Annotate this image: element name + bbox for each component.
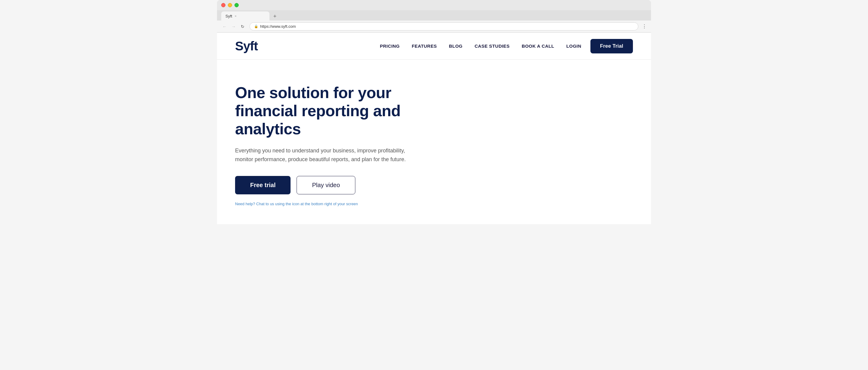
nav-link-book-a-call[interactable]: BOOK A CALL bbox=[522, 44, 554, 49]
hero-title: One solution for your financial reportin… bbox=[235, 84, 440, 138]
new-tab-button[interactable]: + bbox=[271, 12, 279, 21]
lock-icon: 🔒 bbox=[254, 24, 258, 28]
tab-close-icon[interactable]: × bbox=[235, 14, 236, 18]
hero-section: One solution for your financial reportin… bbox=[217, 60, 458, 224]
browser-nav-buttons: ← → ↻ bbox=[221, 23, 246, 30]
hero-buttons: Free trial Play video bbox=[235, 176, 440, 194]
tab-title: Syft bbox=[225, 14, 232, 19]
maximize-window-button[interactable] bbox=[235, 3, 239, 7]
site-logo[interactable]: Syft bbox=[235, 39, 258, 53]
url-text: https://www.syft.com bbox=[260, 24, 296, 29]
minimize-window-button[interactable] bbox=[228, 3, 232, 7]
nav-link-blog[interactable]: BLOG bbox=[449, 44, 463, 49]
nav-link-login[interactable]: LOGIN bbox=[566, 44, 581, 49]
nav-links: PRICING FEATURES BLOG CASE STUDIES BOOK … bbox=[380, 44, 581, 49]
nav-link-pricing[interactable]: PRICING bbox=[380, 44, 400, 49]
free-trial-button[interactable]: Free trial bbox=[235, 176, 290, 194]
refresh-button[interactable]: ↻ bbox=[239, 23, 246, 30]
browser-window: Syft × + ← → ↻ 🔒 https://www.syft.com ⋮ … bbox=[217, 0, 651, 224]
forward-button[interactable]: → bbox=[230, 23, 237, 30]
nav-link-case-studies[interactable]: CASE STUDIES bbox=[475, 44, 510, 49]
nav-free-trial-button[interactable]: Free Trial bbox=[590, 39, 633, 53]
navbar: Syft PRICING FEATURES BLOG CASE STUDIES … bbox=[217, 33, 651, 60]
help-text[interactable]: Need help? Chat to us using the icon at … bbox=[235, 202, 440, 206]
back-button[interactable]: ← bbox=[221, 23, 228, 30]
nav-link-features[interactable]: FEATURES bbox=[412, 44, 437, 49]
hero-subtitle: Everything you need to understand your b… bbox=[235, 146, 422, 164]
website-content: Syft PRICING FEATURES BLOG CASE STUDIES … bbox=[217, 33, 651, 224]
browser-titlebar bbox=[217, 0, 651, 10]
browser-tab-active[interactable]: Syft × bbox=[221, 11, 270, 21]
close-window-button[interactable] bbox=[221, 3, 225, 7]
play-video-button[interactable]: Play video bbox=[297, 176, 355, 194]
browser-menu-icon[interactable]: ⋮ bbox=[642, 24, 647, 29]
url-bar[interactable]: 🔒 https://www.syft.com bbox=[250, 22, 638, 30]
browser-addressbar: ← → ↻ 🔒 https://www.syft.com ⋮ bbox=[217, 21, 651, 33]
browser-tabs-bar: Syft × + bbox=[217, 10, 651, 21]
